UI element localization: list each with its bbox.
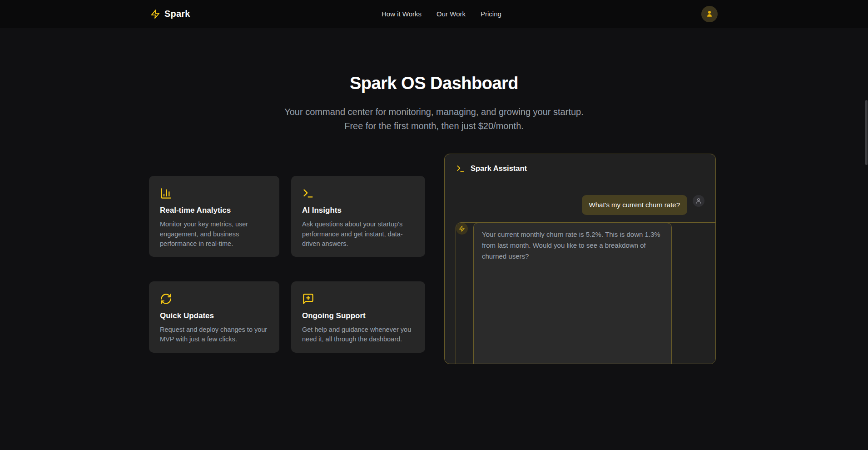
- page-scrollbar-thumb[interactable]: [865, 100, 868, 165]
- page-title: Spark OS Dashboard: [0, 74, 868, 93]
- hero-section: Spark OS Dashboard Your command center f…: [0, 74, 868, 133]
- message-square-plus-icon: [302, 293, 414, 305]
- brand-logo[interactable]: Spark: [150, 9, 190, 19]
- nav-link-pricing[interactable]: Pricing: [481, 10, 501, 18]
- terminal-icon: [302, 187, 414, 200]
- feature-description: Get help and guidance whenever you need …: [302, 325, 414, 345]
- zap-icon: [150, 9, 160, 19]
- terminal-icon: [456, 164, 465, 173]
- spark-assistant-panel: Spark Assistant What's my current churn …: [444, 154, 716, 364]
- assistant-header: Spark Assistant: [445, 154, 715, 183]
- feature-title: AI Insights: [302, 206, 414, 215]
- main-content: Real-time Analytics Monitor your key met…: [149, 154, 716, 364]
- nav-link-how-it-works[interactable]: How it Works: [382, 10, 422, 18]
- feature-title: Ongoing Support: [302, 311, 414, 320]
- account-avatar-button[interactable]: [701, 6, 718, 22]
- feature-card-ai-insights: AI Insights Ask questions about your sta…: [291, 176, 425, 257]
- user-message-bubble: What's my current churn rate?: [582, 195, 687, 215]
- feature-card-quick-updates: Quick Updates Request and deploy changes…: [149, 281, 279, 353]
- page-subtitle: Your command center for monitoring, mana…: [278, 105, 591, 133]
- feature-card-ongoing-support: Ongoing Support Get help and guidance wh…: [291, 281, 425, 353]
- assistant-title: Spark Assistant: [471, 164, 527, 173]
- navbar: Spark How it Works Our Work Pricing: [0, 0, 868, 28]
- feature-description: Ask questions about your startup's perfo…: [302, 220, 414, 249]
- nav-link-our-work[interactable]: Our Work: [436, 10, 466, 18]
- chart-column-icon: [160, 187, 268, 200]
- user-icon: [705, 10, 714, 19]
- feature-description: Monitor your key metrics, user engagemen…: [160, 220, 268, 249]
- brand-name: Spark: [164, 9, 190, 19]
- assistant-message: Your current monthly churn rate is 5.2%.…: [456, 222, 716, 364]
- feature-title: Real-time Analytics: [160, 206, 268, 215]
- feature-title: Quick Updates: [160, 311, 268, 320]
- user-avatar: [693, 195, 704, 207]
- message-list: What's my current churn rate? Your curre…: [445, 183, 715, 364]
- assistant-message-bubble: Your current monthly churn rate is 5.2%.…: [473, 223, 672, 364]
- feature-description: Request and deploy changes to your MVP w…: [160, 325, 268, 345]
- zap-icon: [456, 223, 468, 235]
- feature-card-realtime-analytics: Real-time Analytics Monitor your key met…: [149, 176, 279, 257]
- feature-grid: Real-time Analytics Monitor your key met…: [149, 176, 425, 364]
- refresh-icon: [160, 293, 268, 305]
- nav-links: How it Works Our Work Pricing: [382, 0, 501, 28]
- user-message: What's my current churn rate?: [456, 195, 704, 215]
